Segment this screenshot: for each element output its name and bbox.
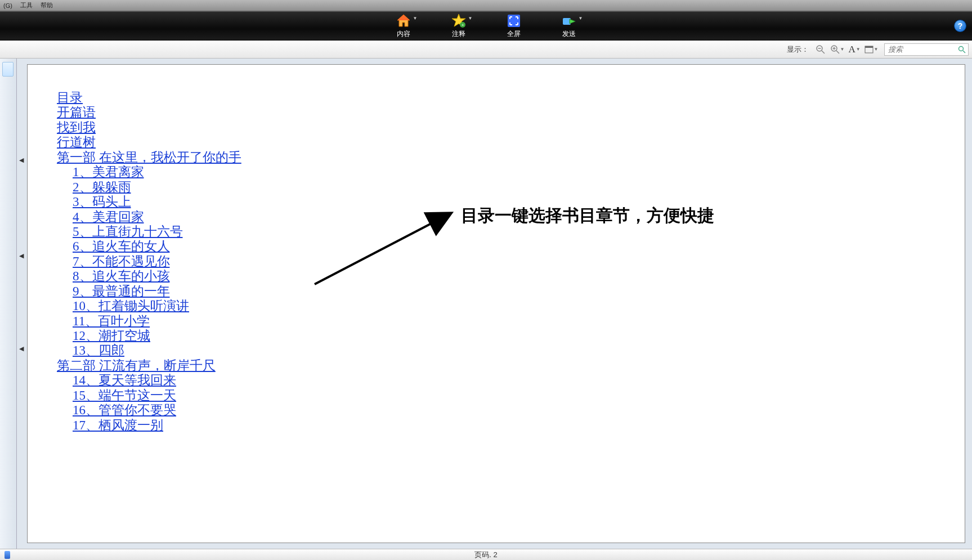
svg-rect-16 (865, 46, 873, 48)
search-icon[interactable] (958, 46, 966, 53)
document-page: 目录 开篇语 找到我 行道树 第一部 在这里，我松开了你的手 1、美君离家 2、… (27, 64, 965, 543)
page-label: 页码. (474, 550, 491, 560)
status-indicator-icon (5, 551, 10, 559)
toc-link[interactable]: 3、码头上 (73, 195, 131, 209)
toc-link[interactable]: 13、四郎 (73, 343, 124, 358)
svg-line-9 (822, 51, 825, 53)
menu-item-help[interactable]: 帮助 (41, 1, 53, 10)
workspace: ◀ ◀ ◀ 目录 开篇语 找到我 行道树 第一部 在这里，我松开了你的手 1、美… (0, 59, 972, 549)
page-number: 2 (494, 550, 498, 559)
table-of-contents: 目录 开篇语 找到我 行道树 第一部 在这里，我松开了你的手 1、美君离家 2、… (57, 91, 935, 433)
send-icon: ▼ (562, 14, 576, 28)
toc-link[interactable]: 16、管管你不要哭 (73, 403, 176, 418)
toc-link[interactable]: 4、美君回家 (73, 210, 144, 225)
toolbar-label: 内容 (397, 29, 410, 39)
display-label: 显示： (787, 44, 809, 55)
toc-link[interactable]: 12、潮打空城 (73, 329, 150, 343)
toc-link[interactable]: 14、夏天等我回来 (73, 373, 176, 388)
svg-marker-7 (570, 19, 575, 24)
toc-link[interactable]: 6、追火车的女人 (73, 239, 170, 254)
toolbar-send-button[interactable]: ▼ 发送 (562, 14, 576, 39)
toc-link[interactable]: 行道树 (57, 135, 96, 150)
toolbar-fullscreen-button[interactable]: 全屏 (507, 14, 521, 39)
toc-link[interactable]: 10、扛着锄头听演讲 (73, 299, 189, 313)
toc-link[interactable]: 2、躲躲雨 (73, 180, 131, 195)
toc-link[interactable]: 第一部 在这里，我松开了你的手 (57, 150, 241, 165)
menu-item-tools[interactable]: 工具 (20, 1, 33, 10)
star-icon: + ▼ (451, 14, 466, 28)
collapse-arrow[interactable]: ◀ (18, 337, 25, 360)
toc-link[interactable]: 8、追火车的小孩 (73, 269, 170, 284)
toc-link[interactable]: 1、美君离家 (73, 165, 144, 180)
zoom-in-button[interactable]: ▼ (830, 43, 845, 56)
toolbar-annotation-button[interactable]: + ▼ 注释 (451, 14, 466, 39)
main-toolbar: ▼ 内容 + ▼ 注释 全屏 ▼ 发送 ? (0, 11, 972, 41)
font-size-button[interactable]: A▼ (847, 43, 862, 56)
svg-text:+: + (461, 23, 464, 28)
svg-line-19 (315, 214, 450, 284)
home-icon: ▼ (396, 14, 411, 28)
page-thumbnail[interactable] (2, 62, 14, 77)
toc-link[interactable]: 15、端午节这一天 (73, 388, 176, 403)
toc-link[interactable]: 17、栖风渡一别 (73, 418, 163, 433)
menu-item[interactable]: (G) (3, 2, 12, 9)
toc-link[interactable]: 开篇语 (57, 105, 96, 120)
annotation-text: 目录一键选择书目章节，方便快捷 (461, 204, 714, 227)
svg-point-17 (959, 46, 964, 51)
toc-link[interactable]: 7、不能不遇见你 (73, 254, 170, 269)
help-icon[interactable]: ? (954, 20, 966, 32)
zoom-out-button[interactable] (813, 43, 828, 56)
layout-button[interactable]: ▼ (864, 43, 879, 56)
toc-link[interactable]: 第二部 江流有声，断岸千尺 (57, 359, 216, 373)
collapse-arrow[interactable]: ◀ (18, 244, 25, 267)
search-input[interactable] (888, 45, 956, 53)
fullscreen-icon (507, 14, 521, 28)
toc-link[interactable]: 11、百叶小学 (73, 314, 150, 329)
search-box[interactable] (884, 43, 969, 56)
collapse-arrow[interactable]: ◀ (18, 149, 25, 171)
menubar: (G) 工具 帮助 (0, 0, 972, 11)
view-toolbar: 显示： ▼ A▼ ▼ (0, 41, 972, 59)
toc-link[interactable]: 目录 (57, 91, 83, 105)
svg-marker-1 (397, 15, 410, 20)
toolbar-label: 全屏 (507, 29, 521, 39)
annotation-arrow-icon (309, 205, 461, 290)
toc-link[interactable]: 9、最普通的一年 (73, 284, 170, 299)
status-bar: 页码. 2 (0, 549, 972, 560)
toc-link[interactable]: 找到我 (57, 120, 96, 135)
svg-line-18 (963, 51, 965, 53)
toolbar-content-button[interactable]: ▼ 内容 (396, 14, 411, 39)
toolbar-label: 注释 (452, 29, 465, 39)
svg-line-12 (836, 51, 839, 53)
toc-link[interactable]: 5、上直街九十六号 (73, 225, 183, 239)
svg-rect-5 (508, 15, 520, 27)
sidebar-rail (0, 59, 17, 549)
toolbar-label: 发送 (562, 29, 576, 39)
